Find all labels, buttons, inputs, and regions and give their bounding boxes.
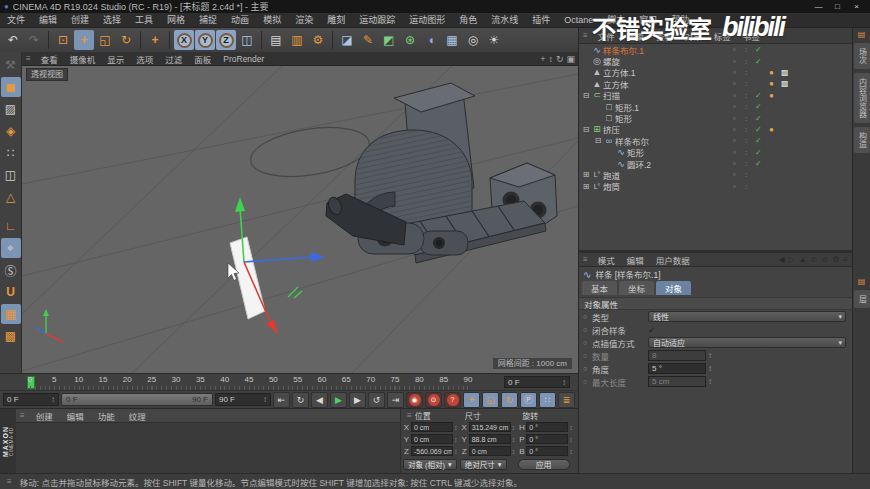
mat-menu-edit[interactable]: 编辑 <box>60 410 91 422</box>
stepper-icon[interactable]: ↕ <box>569 424 573 431</box>
primitive-cube-icon[interactable]: ◪ <box>337 30 357 50</box>
current-frame-field[interactable]: 0 F ↕ <box>504 376 570 388</box>
panel-menu-icon[interactable]: ≡ <box>407 411 412 420</box>
dolly-view-icon[interactable]: ↕ <box>548 52 553 66</box>
tab-content-browser[interactable]: 内容浏览器 <box>854 73 870 123</box>
close-button[interactable]: × <box>847 0 866 13</box>
minimize-button[interactable]: — <box>809 0 828 13</box>
loop-playback-button[interactable]: ↻ <box>292 392 309 408</box>
am-menu-mode[interactable]: 模式 <box>592 254 621 266</box>
tab-basic[interactable]: 基本 <box>582 281 617 295</box>
viewport-canvas[interactable]: 透视视图 网格间距 : 1000 cm <box>22 66 578 373</box>
menu-help[interactable]: 帮助 <box>664 13 696 28</box>
coordinate-system-icon[interactable]: ◫ <box>237 30 257 50</box>
stepper-icon[interactable]: ↕ <box>454 448 458 455</box>
collapse-icon[interactable]: ⊟ <box>581 125 591 134</box>
close-spline-checkbox[interactable]: ✓ <box>648 325 656 335</box>
animation-toggle-icon[interactable]: ○ <box>583 378 592 385</box>
polygons-mode-icon[interactable]: △ <box>1 187 21 207</box>
menu-create[interactable]: 创建 <box>64 13 96 28</box>
layer-icon[interactable]: ▫ <box>733 79 736 88</box>
om-menu-objects[interactable]: 对象 <box>679 30 708 42</box>
lock-icon[interactable]: ⊘ <box>821 255 828 264</box>
spline-pen-icon[interactable]: ✎ <box>358 30 378 50</box>
move-tool-icon[interactable]: + <box>74 30 94 50</box>
go-to-end-button[interactable]: ⇥ <box>387 392 404 408</box>
stepper-icon[interactable]: ↕ <box>512 448 516 455</box>
texture-tag-icon[interactable]: ▩ <box>781 79 789 88</box>
menu-script[interactable]: 脚本 <box>600 13 632 28</box>
menu-mesh[interactable]: 网格 <box>160 13 192 28</box>
menu-render[interactable]: 渲染 <box>288 13 320 28</box>
tab-structure[interactable]: 构造 <box>854 127 870 153</box>
menu-select[interactable]: 选择 <box>96 13 128 28</box>
mograph-icon[interactable]: ⊛ <box>400 30 420 50</box>
om-menu-edit[interactable]: 编辑 <box>621 30 650 42</box>
menu-motion-tracker[interactable]: 运动跟踪 <box>352 13 402 28</box>
object-row[interactable]: ⊞ L° 炮筒 ▫ : <box>579 181 852 192</box>
environment-icon[interactable]: ▦ <box>442 30 462 50</box>
make-editable-icon[interactable]: ⚒ <box>1 55 21 75</box>
menu-edit[interactable]: 编辑 <box>32 13 64 28</box>
search-icon[interactable]: ⊙ <box>811 255 818 264</box>
key-point-level-toggle[interactable]: ∷ <box>539 392 556 408</box>
visibility-dots-icon[interactable]: : <box>745 57 748 66</box>
menu-sculpt[interactable]: 雕刻 <box>320 13 352 28</box>
layer-icon[interactable]: ▫ <box>733 125 736 134</box>
stepper-icon[interactable]: ↕ <box>569 448 573 455</box>
visibility-dots-icon[interactable]: : <box>745 102 748 111</box>
om-menu-tags[interactable]: 标签 <box>708 30 737 42</box>
menu-pipeline[interactable]: 流水线 <box>484 13 525 28</box>
layer-icon[interactable]: ▫ <box>733 148 736 157</box>
gear-icon[interactable]: ⚙ <box>832 255 839 264</box>
visibility-dots-icon[interactable]: : <box>745 125 748 134</box>
object-row[interactable]: □ 矩形 ▫ : ✓ <box>579 112 852 123</box>
workplane-mode-icon[interactable]: ◈ <box>1 121 21 141</box>
size-x-field[interactable]: 315.249 cm <box>469 422 511 432</box>
panel-menu-icon[interactable]: ≡ <box>579 255 592 264</box>
stepper-icon[interactable]: ↕ <box>454 436 458 443</box>
next-frame-button[interactable]: ▶ <box>349 392 366 408</box>
vp-menu-prorender[interactable]: ProRender <box>217 54 270 64</box>
size-z-field[interactable]: 0 cm <box>469 446 511 456</box>
om-menu-bookmarks[interactable]: 书签 <box>737 30 766 42</box>
vp-menu-panel[interactable]: 面板 <box>188 53 217 65</box>
model-mode-icon[interactable]: ◼ <box>1 77 21 97</box>
parent-object-icon[interactable]: ▲ <box>799 255 807 264</box>
panel-menu-icon[interactable]: ≡ <box>22 54 35 63</box>
visibility-dots-icon[interactable]: : <box>745 182 748 191</box>
animation-toggle-icon[interactable]: ○ <box>583 352 592 359</box>
previous-frame-button[interactable]: ◀ <box>311 392 328 408</box>
layer-icon[interactable]: ▫ <box>733 45 736 54</box>
layer-icon[interactable]: ▫ <box>733 57 736 66</box>
redo-icon[interactable]: ↷ <box>24 30 44 50</box>
object-row[interactable]: ⊟ ⊞ 挤压 ▫ : ✓ ● <box>579 124 852 135</box>
object-row[interactable]: ∿ 圆环.2 ▫ : ✓ <box>579 158 852 169</box>
layer-icon[interactable]: ▫ <box>733 136 736 145</box>
stepper-icon[interactable]: ↕ <box>454 424 458 431</box>
vp-menu-filter[interactable]: 过滤 <box>159 53 188 65</box>
enabled-check-icon[interactable]: ✓ <box>755 102 762 111</box>
panel-menu-icon[interactable]: ≡ <box>3 477 16 486</box>
om-menu-view[interactable]: 查看 <box>650 30 679 42</box>
om-menu-file[interactable]: 文件 <box>592 30 621 42</box>
light-icon[interactable]: ☀ <box>484 30 504 50</box>
position-y-field[interactable]: 0 cm <box>411 434 453 444</box>
enabled-check-icon[interactable]: ✓ <box>755 148 762 157</box>
mat-menu-create[interactable]: 创建 <box>29 410 60 422</box>
visibility-dots-icon[interactable]: : <box>745 114 748 123</box>
layer-icon[interactable]: ▫ <box>733 159 736 168</box>
collapse-icon[interactable]: ⊟ <box>593 136 603 145</box>
vp-menu-options[interactable]: 选项 <box>130 53 159 65</box>
visibility-dots-icon[interactable]: : <box>745 79 748 88</box>
play-button[interactable]: ▶ <box>330 392 347 408</box>
camera-icon[interactable]: ◎ <box>463 30 483 50</box>
object-row[interactable]: ▲ 立方体.1 ▫ : ● ▩ <box>579 67 852 78</box>
object-row[interactable]: ▲ 立方体 ▫ : ● ▩ <box>579 78 852 89</box>
range-end-field[interactable]: 90 F↕ <box>215 393 271 406</box>
visibility-dots-icon[interactable]: : <box>745 91 748 100</box>
go-to-start-button[interactable]: ⇤ <box>273 392 290 408</box>
workplane-lock-icon[interactable]: ▦ <box>1 304 21 324</box>
rotation-h-field[interactable]: 0 ° <box>526 422 568 432</box>
menu-mograph[interactable]: 运动图形 <box>402 13 452 28</box>
